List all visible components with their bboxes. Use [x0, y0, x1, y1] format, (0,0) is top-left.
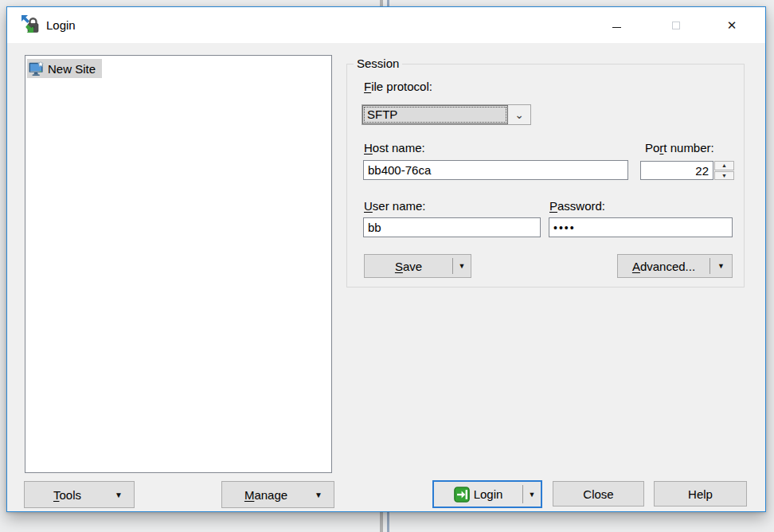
port-number-input[interactable] [640, 161, 713, 180]
close-icon: ✕ [727, 19, 737, 31]
minimize-button[interactable] [598, 7, 635, 43]
dropdown-arrow-icon: ▼ [315, 482, 322, 507]
user-name-input[interactable] [363, 217, 541, 237]
help-button[interactable]: Help [654, 481, 747, 507]
port-spinner: ▲ ▼ [714, 161, 734, 180]
window-title: Login [46, 7, 76, 43]
site-item-label: New Site [48, 62, 96, 76]
save-button[interactable]: Save ▼ [364, 254, 471, 278]
advanced-button-label: Advanced... [618, 255, 710, 277]
port-number-label: Port number: [645, 141, 714, 155]
tools-button[interactable]: Tools ▼ [24, 481, 135, 508]
spin-down-icon[interactable]: ▼ [714, 171, 734, 181]
port-number-stepper: ▲ ▼ [640, 161, 734, 180]
file-protocol-select[interactable]: SFTP ⌄ [362, 104, 531, 125]
help-button-label: Help [688, 487, 713, 501]
host-name-label: Host name: [364, 141, 425, 155]
dropdown-arrow-icon[interactable]: ▼ [453, 255, 471, 277]
title-bar[interactable]: Login ✕ [7, 7, 765, 43]
session-group: Session File protocol: SFTP ⌄ Host name:… [346, 64, 745, 288]
login-button[interactable]: Login ▼ [432, 480, 542, 508]
site-list-item-new-site[interactable]: New Site [27, 59, 102, 78]
file-protocol-label: File protocol: [364, 80, 432, 93]
dropdown-arrow-icon[interactable]: ▼ [523, 482, 541, 507]
manage-button[interactable]: Manage ▼ [221, 481, 334, 508]
maximize-icon [672, 22, 680, 29]
session-group-label: Session [354, 57, 402, 70]
dropdown-arrow-icon: ▼ [115, 482, 123, 507]
close-button-label: Close [583, 487, 613, 501]
save-button-label: Save [365, 255, 452, 277]
file-protocol-value: SFTP [362, 105, 508, 124]
maximize-button [658, 7, 694, 43]
advanced-button[interactable]: Advanced... ▼ [617, 254, 733, 278]
login-dialog: Login ✕ New Site Session Fil [6, 6, 766, 512]
close-button[interactable]: Close [553, 481, 644, 507]
password-input[interactable] [549, 217, 733, 237]
dropdown-arrow-icon[interactable]: ▼ [710, 255, 732, 277]
close-window-button[interactable]: ✕ [713, 7, 750, 43]
login-icon [454, 487, 470, 503]
minimize-icon [612, 27, 621, 28]
login-button-label: Login [474, 487, 503, 501]
password-label: Password: [549, 199, 605, 213]
winscp-app-icon [21, 14, 41, 35]
user-name-label: User name: [364, 199, 426, 213]
host-name-input[interactable] [363, 160, 628, 180]
spin-up-icon[interactable]: ▲ [714, 161, 734, 170]
site-list[interactable]: New Site [25, 55, 332, 473]
chevron-down-icon[interactable]: ⌄ [508, 105, 530, 124]
new-site-icon [29, 61, 45, 76]
